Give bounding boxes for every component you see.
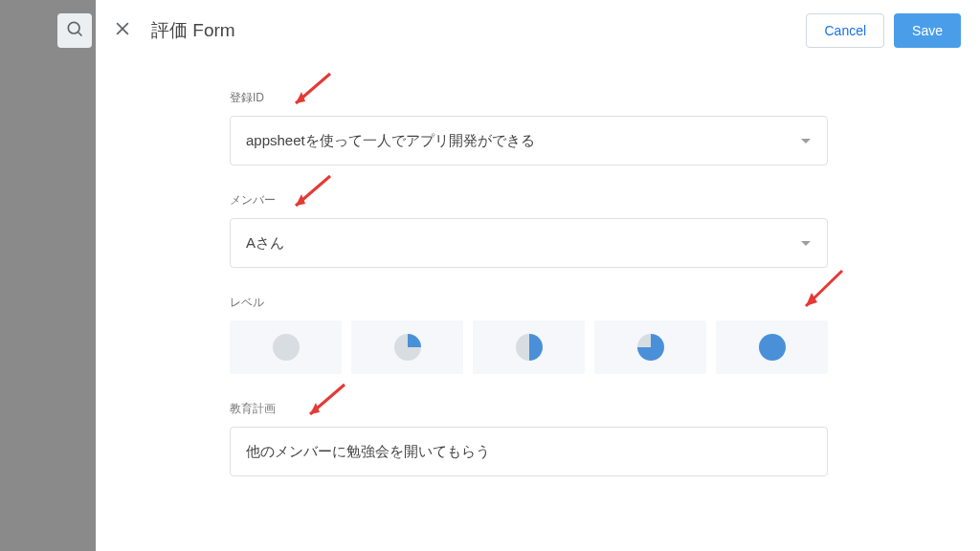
registration-id-value: appsheetを使って一人でアプリ開発ができる — [246, 132, 535, 150]
field-member: メンバー Aさん — [230, 192, 970, 268]
close-button[interactable] — [107, 15, 138, 46]
pie-icon-25 — [394, 334, 421, 361]
pie-icon-0 — [273, 334, 300, 361]
registration-id-select[interactable]: appsheetを使って一人でアプリ開発ができる — [230, 116, 828, 165]
field-level: レベル — [230, 295, 970, 374]
chevron-down-icon — [800, 133, 812, 149]
field-registration-id: 登録ID appsheetを使って一人でアプリ開発ができる — [230, 90, 970, 165]
svg-marker-4 — [801, 139, 811, 143]
pie-icon-100 — [759, 334, 786, 361]
svg-marker-7 — [801, 241, 811, 246]
member-value: Aさん — [246, 234, 284, 253]
education-plan-label: 教育計画 — [230, 401, 970, 417]
pie-icon-75 — [637, 334, 664, 361]
level-option-2[interactable] — [473, 320, 585, 374]
chevron-down-icon — [800, 235, 812, 252]
level-option-4[interactable] — [716, 320, 828, 374]
annotation-arrow — [794, 266, 852, 320]
level-label: レベル — [230, 295, 970, 311]
save-button[interactable]: Save — [894, 13, 961, 48]
member-label: メンバー — [230, 192, 970, 209]
form-modal: 評価 Form Cancel Save 登録ID appsheetを使って一人で… — [96, 0, 980, 551]
svg-line-1 — [78, 33, 82, 36]
member-select[interactable]: Aさん — [230, 218, 828, 268]
modal-header-right: Cancel Save — [806, 13, 961, 48]
level-option-0[interactable] — [230, 320, 342, 374]
background-search-button — [57, 13, 92, 48]
education-plan-input[interactable] — [230, 427, 828, 476]
modal-header-left: 評価 Form — [107, 15, 235, 46]
modal-header: 評価 Form Cancel Save — [96, 0, 980, 61]
pie-icon-50 — [516, 334, 543, 361]
svg-point-0 — [68, 22, 79, 33]
search-icon — [65, 19, 84, 42]
close-icon — [113, 19, 132, 42]
cancel-button[interactable]: Cancel — [806, 13, 884, 48]
field-education-plan: 教育計画 — [230, 401, 970, 476]
level-options — [230, 320, 828, 374]
registration-id-label: 登録ID — [230, 90, 970, 106]
level-option-1[interactable] — [351, 320, 463, 374]
form-body: 登録ID appsheetを使って一人でアプリ開発ができる メンバー Aさん — [96, 61, 980, 476]
modal-title: 評価 Form — [151, 18, 235, 43]
background-sidebar — [0, 0, 96, 551]
level-option-3[interactable] — [594, 320, 706, 374]
